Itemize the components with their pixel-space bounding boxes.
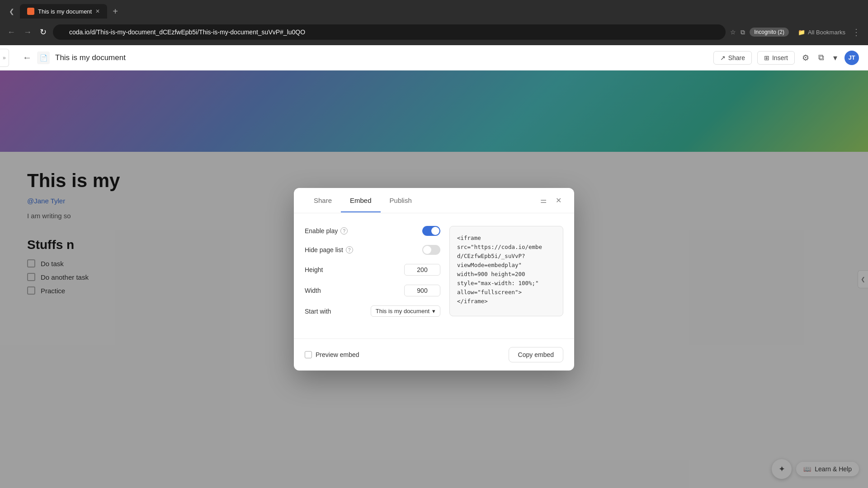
tab-embed[interactable]: Embed (341, 189, 381, 212)
share-label: Share (728, 54, 745, 61)
url-input[interactable] (53, 24, 726, 40)
more-btn[interactable]: ▾ (831, 51, 839, 65)
modal-overlay[interactable]: Share Embed Publish ⚌ ✕ (0, 70, 868, 488)
enable-play-row: Enable play ? (305, 226, 440, 236)
embed-code-preview[interactable]: <iframe src="https://coda.io/embe d/CEzf… (449, 226, 563, 316)
share-icon: ↗ (720, 54, 726, 61)
embed-code-text: <iframe src="https://coda.io/embe d/CEzf… (457, 234, 556, 306)
insert-button[interactable]: ⊞ Insert (757, 51, 795, 65)
preview-embed-label: Preview embed (316, 351, 359, 358)
bookmarks-area: 📁 All Bookmarks (798, 29, 845, 36)
bookmarks-folder-icon: 📁 (798, 29, 805, 36)
insert-label: Insert (772, 54, 788, 61)
enable-play-toggle[interactable] (422, 226, 440, 236)
browser-actions: ☆ ⧉ Incognito (2) (730, 28, 789, 37)
embed-modal: Share Embed Publish ⚌ ✕ (294, 188, 574, 371)
modal-tabs: Share Embed Publish (305, 189, 421, 212)
start-with-row: Start with This is my document ▾ (305, 305, 440, 317)
settings-btn[interactable]: ⚙ (800, 51, 811, 65)
tab-publish[interactable]: Publish (381, 189, 421, 212)
doc-title: This is my document (55, 53, 126, 62)
start-with-select[interactable]: This is my document ▾ (371, 305, 440, 317)
refresh-btn[interactable]: ↻ (38, 25, 48, 39)
modal-header-actions: ⚌ ✕ (538, 194, 563, 206)
toolbar-right: ↗ Share ⊞ Insert ⚙ ⧉ ▾ JT (713, 51, 859, 65)
modal-settings: Enable play ? Hide page list ? (305, 226, 440, 326)
avatar[interactable]: JT (844, 51, 859, 65)
browser-chrome: ❮ This is my document ✕ + ← → ↻ 🔒 ☆ ⧉ In… (0, 0, 868, 45)
hide-page-list-label: Hide page list (305, 246, 343, 253)
doc-icon: 📄 (37, 52, 50, 64)
tab-favicon (27, 8, 34, 15)
window-btn[interactable]: ⧉ (741, 28, 745, 36)
tab-title: This is my document (38, 8, 92, 15)
star-btn[interactable]: ☆ (730, 28, 736, 36)
sidebar-toggle-btn[interactable]: » (0, 49, 9, 67)
modal-header: Share Embed Publish ⚌ ✕ (294, 188, 574, 213)
start-with-value: This is my document (376, 308, 429, 314)
new-tab-btn[interactable]: + (109, 5, 122, 19)
enable-play-help-icon[interactable]: ? (340, 227, 348, 235)
hide-page-list-toggle[interactable] (422, 245, 440, 255)
hide-page-list-row: Hide page list ? (305, 245, 440, 255)
width-input[interactable] (404, 285, 440, 296)
tab-share[interactable]: Share (305, 189, 341, 212)
app-toolbar: » ← 📄 This is my document ↗ Share ⊞ Inse… (0, 45, 868, 70)
bookmarks-label: All Bookmarks (808, 29, 845, 36)
incognito-badge[interactable]: Incognito (2) (750, 28, 789, 37)
address-bar-row: ← → ↻ 🔒 ☆ ⧉ Incognito (2) 📁 All Bookmark… (0, 19, 868, 45)
app-container: » ← 📄 This is my document ↗ Share ⊞ Inse… (0, 45, 868, 488)
enable-play-label: Enable play (305, 227, 338, 235)
hide-page-list-help-icon[interactable]: ? (346, 246, 353, 253)
tab-group-back[interactable]: ❮ (5, 6, 18, 17)
browser-menu-btn[interactable]: ⋮ (850, 25, 863, 39)
insert-icon: ⊞ (764, 54, 769, 61)
main-content: This is my @Jane Tyler I am writing so S… (0, 70, 868, 488)
modal-filter-icon[interactable]: ⚌ (538, 194, 548, 206)
height-label: Height (305, 266, 323, 273)
modal-body: Enable play ? Hide page list ? (294, 213, 574, 338)
width-label: Width (305, 287, 321, 294)
preview-embed-checkbox[interactable] (305, 351, 312, 358)
browser-tabs: ❮ This is my document ✕ + (0, 0, 868, 19)
enable-play-label-wrap: Enable play ? (305, 227, 348, 235)
copy-embed-button[interactable]: Copy embed (509, 347, 563, 362)
start-with-chevron: ▾ (432, 308, 435, 314)
width-row: Width (305, 285, 440, 296)
back-nav-btn[interactable]: ← (5, 26, 17, 39)
modal-footer: Preview embed Copy embed (294, 338, 574, 371)
preview-embed-row: Preview embed (305, 351, 359, 358)
copy-embed-label: Copy embed (518, 351, 554, 358)
height-row: Height (305, 264, 440, 276)
start-with-label: Start with (305, 308, 331, 315)
hide-page-list-label-wrap: Hide page list ? (305, 246, 353, 253)
share-button[interactable]: ↗ Share (713, 51, 752, 65)
tab-close-btn[interactable]: ✕ (95, 8, 100, 14)
doc-back-btn[interactable]: ← (23, 52, 32, 63)
forward-nav-btn[interactable]: → (22, 26, 33, 39)
address-bar-wrap: 🔒 (53, 24, 726, 40)
modal-close-btn[interactable]: ✕ (554, 194, 563, 206)
height-input[interactable] (404, 264, 440, 276)
view-toggle-btn[interactable]: ⧉ (816, 51, 826, 64)
active-tab[interactable]: This is my document ✕ (20, 4, 107, 19)
